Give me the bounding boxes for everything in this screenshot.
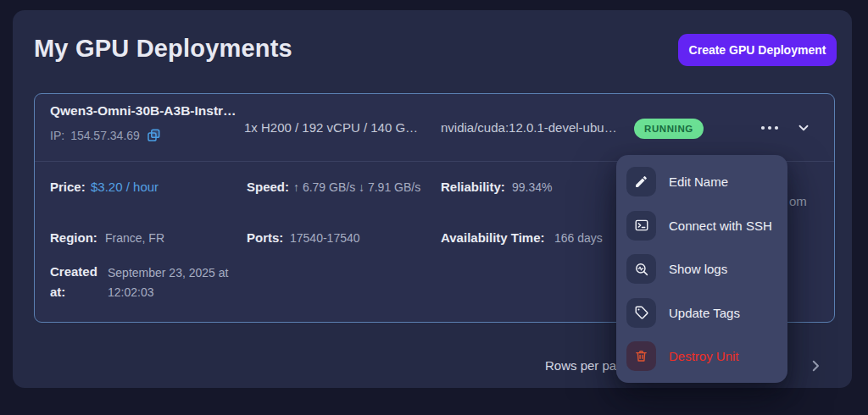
availability-label: Availability Time: <box>441 230 545 245</box>
region-label: Region: <box>50 230 97 245</box>
tag-icon <box>626 298 656 328</box>
created-at-value-line2: 12:02:03 <box>108 285 154 299</box>
more-options-button[interactable] <box>754 118 786 138</box>
page-title: My GPU Deployments <box>34 35 292 63</box>
menu-item-edit-name[interactable]: Edit Name <box>616 162 787 202</box>
menu-item-update-tags[interactable]: Update Tags <box>616 292 787 333</box>
chevron-down-icon <box>796 120 811 136</box>
speed-label: Speed: <box>247 180 289 194</box>
menu-item-label: Connect with SSH <box>669 219 772 233</box>
menu-item-label: Update Tags <box>669 306 740 320</box>
trash-icon <box>626 341 656 371</box>
availability-value: 166 days <box>554 231 603 245</box>
menu-item-connect-ssh[interactable]: Connect with SSH <box>616 205 787 246</box>
deployment-image: nvidia/cuda:12.0.1-devel-ubu… <box>441 120 617 135</box>
price-label: Price: <box>50 180 86 194</box>
menu-item-label: Edit Name <box>669 174 728 189</box>
price-value: $3.20 / hour <box>91 180 159 194</box>
create-gpu-deployment-button[interactable]: Create GPU Deployment <box>678 34 837 66</box>
terminal-icon <box>626 211 656 241</box>
reliability-value: 99.34% <box>512 180 552 194</box>
collapse-row-button[interactable] <box>791 118 816 138</box>
deployment-ip-row: IP:154.57.34.69 <box>50 128 161 143</box>
menu-item-show-logs[interactable]: Show logs <box>616 249 787 290</box>
created-at-label: Created at: <box>50 262 104 302</box>
logs-search-icon <box>626 254 656 284</box>
menu-item-label: Destroy Unit <box>669 349 739 363</box>
deployment-actions-menu: Edit Name Connect with SSH Show logs <box>616 155 787 383</box>
pencil-icon <box>626 167 656 196</box>
copy-ip-button[interactable] <box>146 128 161 143</box>
menu-item-label: Show logs <box>669 262 727 276</box>
ports-value: 17540-17540 <box>290 231 360 245</box>
ip-label: IP: <box>50 129 64 142</box>
copy-icon <box>146 128 161 143</box>
chevron-right-icon <box>808 358 823 374</box>
deployment-name: Qwen3-Omni-30B-A3B-Instr… <box>50 103 236 119</box>
created-at-value-line1: September 23, 2025 at <box>108 266 228 279</box>
speed-value: ↑ 6.79 GB/s ↓ 7.91 GB/s <box>293 180 420 194</box>
status-badge: RUNNING <box>634 119 704 139</box>
next-page-button[interactable] <box>802 353 829 379</box>
ports-label: Ports: <box>247 230 283 245</box>
ip-value: 154.57.34.69 <box>70 129 140 142</box>
region-value: France, FR <box>105 231 164 245</box>
deployment-specs: 1x H200 / 192 vCPU / 140 G… <box>244 120 418 135</box>
occluded-text-fragment: om <box>789 194 807 208</box>
reliability-label: Reliability: <box>441 180 505 194</box>
menu-item-destroy-unit[interactable]: Destroy Unit <box>616 336 787 377</box>
more-options-icon <box>759 124 781 132</box>
